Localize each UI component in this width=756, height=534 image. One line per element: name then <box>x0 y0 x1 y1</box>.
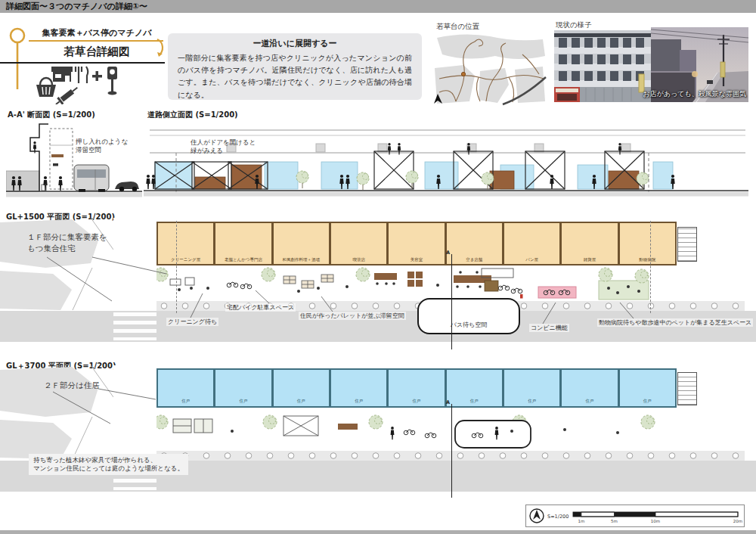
section-bus <box>74 165 109 192</box>
stair-block <box>677 227 697 262</box>
dashed-guide <box>650 221 651 313</box>
gold-underline <box>29 40 163 42</box>
section-cut-marker: A <box>446 250 450 256</box>
divider-line <box>0 62 165 64</box>
pin-icon <box>9 27 27 91</box>
gold-arrow-icon <box>156 38 168 57</box>
svg-text:5m: 5m <box>611 519 618 523</box>
dwelling-unit: 住戸 <box>215 370 273 406</box>
map-label: 若草台の位置 <box>436 22 479 32</box>
intro-body: 一階部分に集客要素を持つ店やクリニックが入ったマンションの前のバス停を持つマチノ… <box>168 51 422 101</box>
location-map <box>433 32 548 106</box>
dwelling-unit: 住戸 <box>562 370 619 406</box>
title-block-title: 若草台詳細図 <box>30 45 163 59</box>
section-car <box>115 182 139 191</box>
rooftop-units <box>227 144 631 152</box>
scale-tick-labels: 1m 5m 10m 20m <box>578 519 742 523</box>
section-note: 押し入れのような 滞留空間 <box>76 138 128 154</box>
scale-bar: S=1/200 1m 5m 10m 20m <box>525 505 745 527</box>
shop-unit: パン屋 <box>504 223 562 264</box>
plan1500-furniture <box>156 265 677 301</box>
plus-icon <box>92 71 102 81</box>
bus-stop-mark <box>520 294 523 299</box>
dwelling-unit: 住戸 <box>158 370 215 406</box>
cabinet <box>485 281 498 291</box>
section-cut-line <box>451 254 452 349</box>
plan1500-callout: １Ｆ部分に集客要素を もつ集合住宅 <box>27 231 107 253</box>
pallet-furniture <box>284 275 333 293</box>
side-street <box>113 218 156 311</box>
syringe-icon <box>54 84 80 104</box>
elevation-drawing <box>144 118 748 198</box>
bollard-strip-3700 <box>156 451 745 461</box>
plan3700-note: 持ち寄った植木鉢や家具で場が作られる、 マンション住民にとっては庭のような場所と… <box>29 454 188 475</box>
annotation-lawn: 動物病院待ちや散歩途中のペットが集まる芝生スペース <box>597 318 753 327</box>
program-icons <box>35 65 132 104</box>
dwelling-unit: 住戸 <box>274 370 331 406</box>
dwelling-band: 住戸 住戸 住戸 住戸 住戸 住戸 住戸 住戸 住戸 <box>156 368 677 408</box>
header-bar: 詳細図面〜３つのマチノバの詳細①〜 <box>0 0 756 13</box>
photo-caption: お店があっても、殺風景な雰囲気 <box>601 89 746 99</box>
shop-unit: 美容室 <box>389 223 446 264</box>
dwelling-unit: 住戸 <box>447 370 504 406</box>
trellis <box>284 416 318 436</box>
annotation-pallet: 住民が作ったパレットが並ぶ滞留空間 <box>299 312 406 320</box>
scale-segments <box>573 512 738 517</box>
shop-band: クリーニング屋 老舗とんかつ専門店 和風創作料理＋酒場 喫茶店 美容室 空き店舗… <box>156 222 677 265</box>
shop-unit: 老舗とんかつ専門店 <box>215 223 273 264</box>
shop-unit: 和風創作料理＋酒場 <box>274 223 331 264</box>
intro-box: ー道沿いに展開するー 一階部分に集客要素を持つ店やクリニックが入ったマンションの… <box>168 33 422 100</box>
terrace-enclosure <box>455 421 531 448</box>
page-title: 詳細図面〜３つのマチノバの詳細①〜 <box>0 0 756 13</box>
section-cut-line <box>451 404 452 498</box>
section-drawing <box>6 118 142 198</box>
dashed-guide <box>176 221 177 313</box>
dwelling-unit: 住戸 <box>331 370 389 406</box>
dwelling-unit: 住戸 <box>620 370 675 406</box>
crosswalk-1500 <box>113 312 156 340</box>
svg-text:10m: 10m <box>651 519 660 523</box>
shop-unit: 動物病院 <box>620 223 675 264</box>
photo-shopfront <box>554 87 580 102</box>
cleaning-wait-furniture <box>170 278 194 291</box>
stair-block <box>677 372 697 405</box>
intro-heading: ー道沿いに展開するー <box>168 38 422 49</box>
annotation-conbini: コンビニ機能 <box>529 324 569 332</box>
shop-unit: 喫茶店 <box>331 223 389 264</box>
annotation-bike: 宅配バイク駐車スペース <box>225 303 296 312</box>
shop-unit: 空き店舗 <box>447 223 504 264</box>
utensils-icon <box>76 67 88 83</box>
side-street <box>113 365 156 461</box>
bus-waiting-space: バス待ち空間 <box>417 298 520 334</box>
shop-unit: クリーニング屋 <box>158 223 215 264</box>
svg-text:20m: 20m <box>733 519 742 523</box>
shop-unit: 雑貨屋 <box>562 223 619 264</box>
svg-text:1m: 1m <box>578 519 584 523</box>
title-block-category: 集客要素＋バス停のマチノバ <box>30 27 163 39</box>
elevation-frames <box>155 151 644 189</box>
annotation-cleaning: クリーニング待ち <box>166 318 218 326</box>
bus-waiting-label: バス待ち空間 <box>419 321 519 329</box>
map-site-marker <box>461 72 465 76</box>
section-cut-marker: A <box>446 399 450 405</box>
footer-bar <box>0 530 756 534</box>
scale-text: S=1/200 <box>547 514 569 520</box>
plan3700-terrace <box>156 408 677 451</box>
dwelling-unit: 住戸 <box>504 370 562 406</box>
planter-boxes <box>173 419 212 433</box>
lawn-space <box>599 268 649 300</box>
elevation-note: 住人がドアを開けると 緑がみえる <box>191 138 256 155</box>
north-arrow-icon <box>530 509 544 523</box>
store-icon <box>51 67 73 82</box>
bus-stop-icon <box>107 67 117 95</box>
tatami-furniture <box>407 272 423 287</box>
presentation-board: 詳細図面〜３つのマチノバの詳細①〜 集客要素＋バス停のマチノバ 若草台詳細図 <box>0 0 756 534</box>
photos-label: 現状の様子 <box>556 20 592 30</box>
dwelling-unit: 住戸 <box>389 370 446 406</box>
plan3700-callout: ２Ｆ部分は住居 <box>44 380 100 391</box>
